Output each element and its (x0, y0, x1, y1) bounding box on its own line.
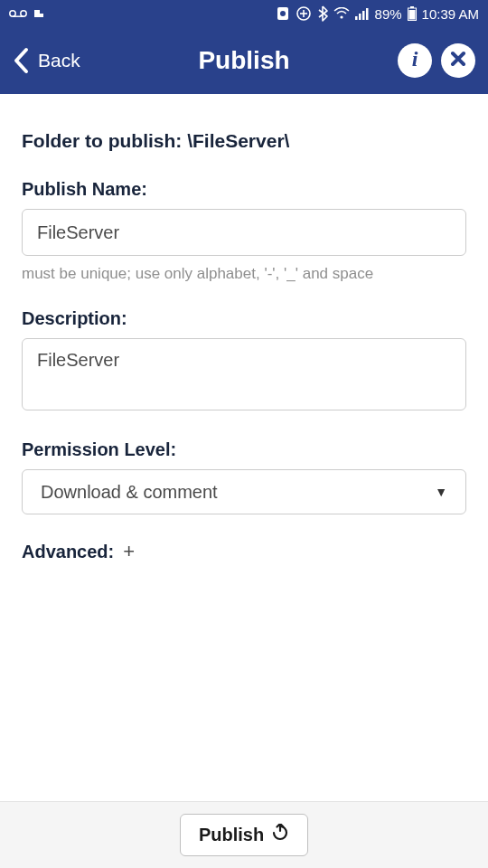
signal-icon (355, 7, 370, 20)
header-actions: i (398, 43, 475, 78)
description-input[interactable] (22, 338, 466, 410)
info-icon: i (406, 49, 424, 72)
permission-select[interactable]: Download & comment ▼ (22, 469, 466, 514)
status-left (9, 7, 45, 20)
advanced-toggle[interactable]: Advanced: + (22, 540, 466, 563)
svg-rect-12 (366, 8, 369, 20)
battery-percent: 89% (375, 6, 402, 22)
app-icon (276, 6, 290, 21)
battery-icon (408, 6, 417, 21)
description-label: Description: (22, 308, 466, 329)
share-icon (271, 824, 289, 846)
close-icon (449, 50, 467, 71)
publish-name-label: Publish Name: (22, 179, 466, 200)
publish-button-label: Publish (199, 825, 264, 845)
chevron-down-icon: ▼ (435, 485, 447, 499)
back-button[interactable]: Back (13, 47, 80, 74)
permission-label: Permission Level: (22, 439, 466, 460)
svg-rect-10 (359, 14, 361, 20)
folder-to-publish: Folder to publish: \FileServer\ (22, 130, 466, 152)
folder-path: \FileServer\ (187, 130, 289, 151)
page-title: Publish (198, 46, 289, 75)
advanced-label: Advanced: (22, 542, 114, 562)
footer: Publish (0, 801, 488, 868)
svg-rect-9 (355, 16, 358, 20)
svg-text:i: i (412, 49, 418, 69)
notification-icon (33, 7, 45, 20)
close-button[interactable] (441, 43, 475, 78)
bluetooth-icon (317, 5, 328, 22)
publish-name-hint: must be unique; use only alphabet, '-', … (22, 265, 466, 283)
content: Folder to publish: \FileServer\ Publish … (0, 94, 488, 585)
status-bar: 89% 10:39 AM (0, 0, 488, 27)
svg-point-1 (21, 11, 26, 16)
info-button[interactable]: i (398, 43, 432, 78)
svg-point-0 (10, 11, 15, 16)
wifi-icon (333, 7, 350, 20)
status-right: 89% 10:39 AM (276, 5, 479, 22)
voicemail-icon (9, 9, 27, 18)
publish-button[interactable]: Publish (180, 814, 308, 856)
svg-point-4 (280, 11, 286, 16)
svg-rect-11 (362, 11, 365, 20)
clock-time: 10:39 AM (422, 6, 479, 22)
svg-rect-15 (408, 10, 415, 20)
permission-selected-value: Download & comment (41, 482, 218, 503)
plus-icon: + (123, 540, 135, 563)
publish-name-input[interactable] (22, 209, 466, 256)
back-label: Back (38, 50, 80, 71)
header: Back Publish i (0, 27, 488, 94)
chevron-left-icon (13, 47, 29, 74)
sync-icon (296, 5, 312, 22)
svg-point-8 (340, 15, 343, 18)
folder-prefix: Folder to publish: (22, 130, 187, 151)
